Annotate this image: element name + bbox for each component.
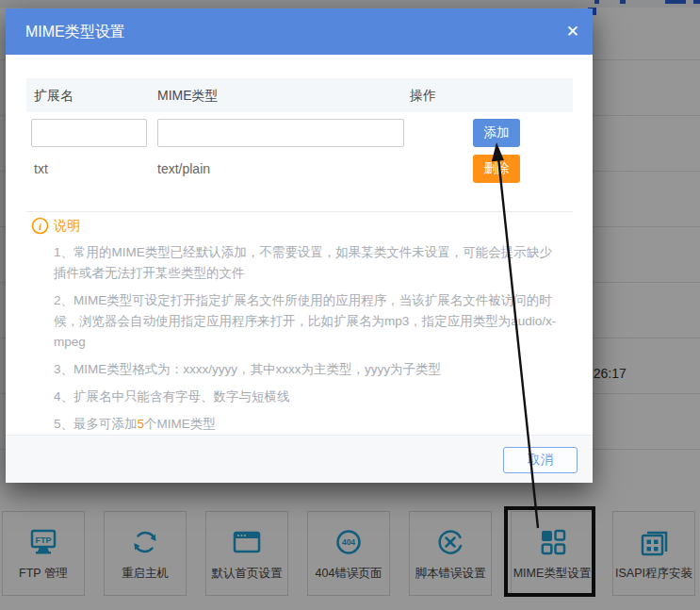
mime-type-input[interactable] xyxy=(157,119,404,147)
svg-text:i: i xyxy=(39,221,42,232)
close-icon[interactable]: ✕ xyxy=(566,8,579,55)
add-button[interactable]: 添加 xyxy=(473,119,520,147)
mime-settings-dialog: MIME类型设置 ✕ 扩展名 MIME类型 操作 添加 txt text/pla… xyxy=(6,8,593,483)
mime-tile-highlight-rectangle xyxy=(504,506,595,597)
column-header-action: 操作 xyxy=(410,78,436,112)
row-mime-value: text/plain xyxy=(157,161,210,176)
extension-input[interactable] xyxy=(31,119,147,147)
dialog-title: MIME类型设置 xyxy=(25,8,125,55)
notice-item-5-count: 5 xyxy=(138,417,145,431)
cancel-button[interactable]: 取消 xyxy=(503,447,578,473)
info-icon: i xyxy=(31,217,49,239)
notice-item-2: 2、MIME类型可设定打开指定扩展名文件所使用的应用程序，当该扩展名文件被访问的… xyxy=(54,290,562,353)
notice-title: 说明 xyxy=(54,218,80,235)
notice-item-5-suffix: 个MIME类型 xyxy=(144,417,216,431)
table-header-bar xyxy=(26,78,573,112)
notice-item-3: 3、MIME类型格式为：xxxx/yyyy，其中xxxx为主类型，yyyy为子类… xyxy=(54,359,562,380)
delete-button[interactable]: 删除 xyxy=(473,155,520,183)
notice-item-1: 1、常用的MIME类型已经默认添加，不需要设置，如果某类文件未设置，可能会提示缺… xyxy=(54,242,562,284)
column-header-mime-type: MIME类型 xyxy=(157,78,219,112)
notice-item-4: 4、扩展名中只能含有字母、数字与短横线 xyxy=(54,387,562,407)
notice-item-5: 5、最多可添加5个MIME类型 xyxy=(54,414,562,435)
column-header-extension: 扩展名 xyxy=(34,78,73,112)
dialog-footer: 取消 xyxy=(6,435,593,483)
row-extension-value: txt xyxy=(34,161,48,176)
notice-list: 1、常用的MIME类型已经默认添加，不需要设置，如果某类文件未设置，可能会提示缺… xyxy=(54,242,562,441)
dialog-header: MIME类型设置 ✕ xyxy=(6,8,593,55)
row-divider xyxy=(26,211,573,212)
notice-item-5-prefix: 5、最多可添加 xyxy=(54,417,138,431)
